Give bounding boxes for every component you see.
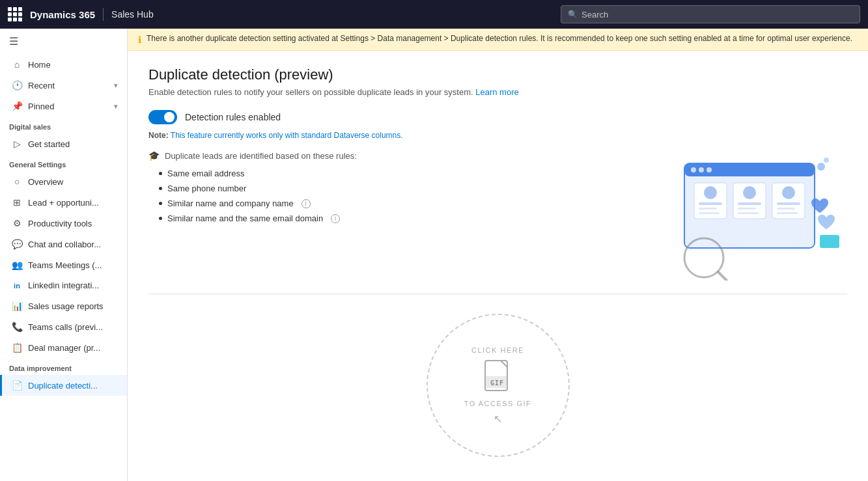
svg-point-3 bbox=[699, 167, 704, 172]
search-input[interactable] bbox=[581, 10, 853, 20]
sidebar-item-deal-manager[interactable]: 📋 Deal manager (pr... bbox=[0, 337, 127, 358]
section-general-settings: General Settings bbox=[0, 154, 127, 171]
productivity-icon: ⚙ bbox=[11, 218, 23, 228]
toggle-label: Detection rules enabled bbox=[185, 112, 281, 122]
sidebar-item-overview[interactable]: ○ Overview bbox=[0, 171, 127, 192]
info-banner: ℹ There is another duplicate detection s… bbox=[128, 29, 868, 51]
deal-icon: 📋 bbox=[11, 342, 23, 353]
gif-access-text: TO ACCESS GIF bbox=[464, 400, 532, 407]
chat-icon: 💬 bbox=[11, 239, 23, 249]
app-name: Sales Hub bbox=[111, 9, 154, 20]
sidebar-label-linkedin: Linkedin integrati... bbox=[28, 281, 99, 290]
phone-icon: 📞 bbox=[11, 322, 23, 332]
overview-icon: ○ bbox=[11, 176, 23, 187]
gif-circle[interactable]: CLICK HERE GIF TO ACCESS GIF ↖ bbox=[427, 314, 570, 457]
play-icon: ▷ bbox=[11, 139, 23, 149]
rules-header-text: Duplicate leads are identified based on … bbox=[165, 151, 357, 161]
svg-point-6 bbox=[704, 186, 717, 199]
pin-icon: 📌 bbox=[11, 101, 23, 111]
svg-point-23 bbox=[824, 158, 829, 163]
illustration-svg bbox=[652, 150, 847, 281]
search-bar[interactable]: 🔍 bbox=[561, 5, 860, 23]
sidebar-label-overview: Overview bbox=[28, 177, 63, 187]
section-digital-sales: Digital sales bbox=[0, 117, 127, 133]
note-prefix: Note: bbox=[148, 131, 169, 140]
app-title: Dynamics 365 bbox=[30, 9, 95, 20]
svg-point-2 bbox=[691, 167, 696, 172]
sidebar-item-sales-usage[interactable]: 📊 Sales usage reports bbox=[0, 295, 127, 316]
sidebar-item-home[interactable]: ⌂ Home bbox=[0, 54, 127, 75]
cursor-icon: ↖ bbox=[494, 413, 503, 425]
svg-rect-12 bbox=[738, 202, 761, 205]
svg-point-11 bbox=[743, 186, 756, 199]
rule-item-name-domain: Similar name and the same email domain i bbox=[148, 213, 606, 223]
sidebar-label-productivity: Productivity tools bbox=[28, 219, 92, 228]
section-data-improvement: Data improvement bbox=[0, 358, 127, 375]
sidebar-label-get-started: Get started bbox=[28, 139, 70, 149]
info-icon-name-domain[interactable]: i bbox=[331, 214, 340, 223]
sidebar: ☰ ⌂ Home 🕐 Recent ▾ 📌 Pinned ▾ Digital s… bbox=[0, 29, 128, 481]
search-icon: 🔍 bbox=[568, 10, 578, 19]
sidebar-label-chat: Chat and collabor... bbox=[28, 240, 101, 249]
subtitle-text: Enable detection rules to notify your se… bbox=[148, 87, 473, 97]
bullet-icon bbox=[159, 217, 162, 220]
rule-text-name-domain: Similar name and the same email domain bbox=[167, 213, 323, 223]
page-content: Duplicate detection (preview) Enable det… bbox=[128, 51, 868, 481]
svg-point-22 bbox=[817, 163, 825, 171]
sidebar-item-lead-opport[interactable]: ⊞ Lead + opportuni... bbox=[0, 192, 127, 213]
sidebar-item-pinned[interactable]: 📌 Pinned ▾ bbox=[0, 96, 127, 117]
gif-file-icon: GIF bbox=[483, 359, 514, 394]
sidebar-item-chat-collab[interactable]: 💬 Chat and collabor... bbox=[0, 234, 127, 254]
svg-line-21 bbox=[718, 272, 730, 281]
file-icon-svg: GIF bbox=[483, 359, 514, 394]
linkedin-icon: in bbox=[11, 282, 23, 290]
info-icon: ℹ bbox=[138, 34, 141, 45]
sidebar-item-get-started[interactable]: ▷ Get started bbox=[0, 133, 127, 154]
chart-icon: 📊 bbox=[11, 301, 23, 311]
rules-header-icon: 🎓 bbox=[148, 150, 160, 161]
sidebar-item-recent[interactable]: 🕐 Recent ▾ bbox=[0, 75, 127, 96]
info-icon-name-company[interactable]: i bbox=[301, 199, 311, 208]
detection-toggle[interactable] bbox=[148, 110, 177, 124]
top-navigation: Dynamics 365 Sales Hub 🔍 bbox=[0, 0, 868, 29]
rules-header: 🎓 Duplicate leads are identified based o… bbox=[148, 150, 606, 161]
svg-rect-7 bbox=[699, 202, 722, 205]
section-divider bbox=[148, 294, 847, 294]
page-subtitle: Enable detection rules to notify your se… bbox=[148, 87, 847, 97]
toggle-slider bbox=[148, 110, 177, 124]
sidebar-label-teams-calls: Teams calls (previ... bbox=[28, 322, 103, 332]
svg-rect-19 bbox=[777, 212, 798, 214]
svg-rect-18 bbox=[777, 208, 795, 210]
sidebar-label-pinned: Pinned bbox=[28, 102, 54, 111]
gif-area: CLICK HERE GIF TO ACCESS GIF ↖ bbox=[148, 307, 847, 463]
rule-item-phone: Same phone number bbox=[148, 184, 606, 193]
sidebar-item-teams-calls[interactable]: 📞 Teams calls (previ... bbox=[0, 316, 127, 337]
sidebar-item-duplicate-detect[interactable]: 📄 Duplicate detecti... bbox=[0, 375, 127, 396]
learn-more-link[interactable]: Learn more bbox=[475, 87, 518, 97]
sidebar-item-teams-meetings[interactable]: 👥 Teams Meetings (... bbox=[0, 254, 127, 275]
rule-item-email: Same email address bbox=[148, 169, 606, 178]
teams-icon: 👥 bbox=[11, 260, 23, 270]
page-title: Duplicate detection (preview) bbox=[148, 66, 847, 83]
svg-rect-8 bbox=[699, 208, 717, 210]
lead-icon: ⊞ bbox=[11, 197, 23, 208]
duplicate-icon: 📄 bbox=[11, 380, 23, 391]
content-area: ℹ There is another duplicate detection s… bbox=[128, 29, 868, 481]
sidebar-label-deal-manager: Deal manager (pr... bbox=[28, 343, 100, 353]
rule-text-phone: Same phone number bbox=[167, 184, 246, 193]
svg-rect-9 bbox=[699, 212, 720, 214]
sidebar-label-recent: Recent bbox=[28, 81, 55, 90]
rules-list: 🎓 Duplicate leads are identified based o… bbox=[148, 150, 606, 281]
gif-click-text: CLICK HERE bbox=[471, 346, 524, 354]
svg-text:GIF: GIF bbox=[490, 379, 504, 387]
duplicate-detection-illustration bbox=[619, 150, 847, 281]
svg-rect-14 bbox=[738, 212, 759, 214]
sidebar-toggle[interactable]: ☰ bbox=[0, 29, 127, 54]
sidebar-item-productivity[interactable]: ⚙ Productivity tools bbox=[0, 213, 127, 234]
bullet-icon bbox=[159, 202, 162, 205]
apps-grid-icon[interactable] bbox=[8, 7, 22, 21]
sidebar-item-linkedin[interactable]: in Linkedin integrati... bbox=[0, 275, 127, 295]
rule-item-name-company: Similar name and company name i bbox=[148, 199, 606, 208]
rule-text-name-company: Similar name and company name bbox=[167, 199, 294, 208]
recent-icon: 🕐 bbox=[11, 80, 23, 90]
